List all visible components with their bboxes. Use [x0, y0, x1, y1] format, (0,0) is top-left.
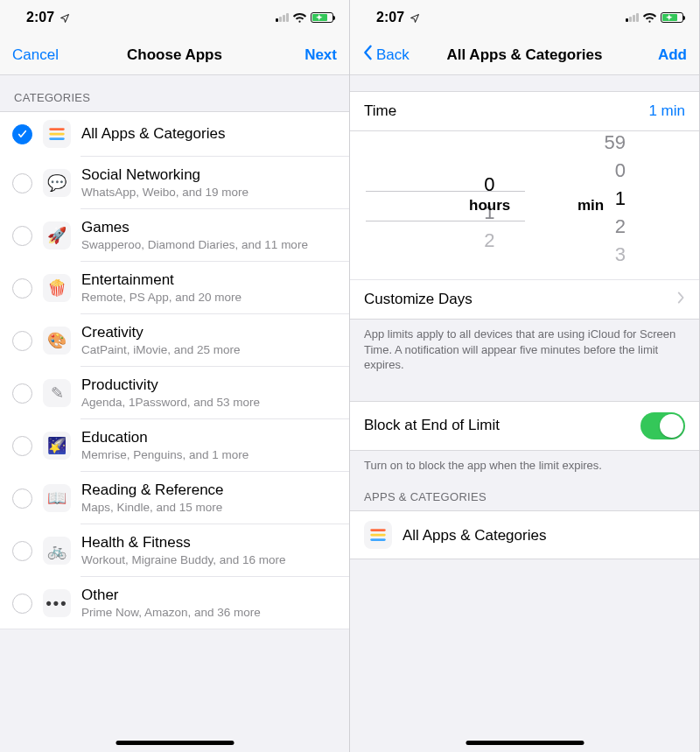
picker-mins-unit: min: [578, 197, 604, 214]
radio-icon[interactable]: [12, 488, 32, 509]
categories-list: All Apps & Categories 💬 Social Networkin…: [0, 111, 349, 629]
row-subtitle: Remote, PS App, and 20 more: [81, 290, 335, 306]
status-right: ✦: [276, 12, 333, 24]
radio-icon[interactable]: [12, 541, 32, 561]
wifi-icon: [292, 12, 307, 24]
ellipsis-icon: •••: [43, 589, 71, 617]
row-title: Health & Fitness: [81, 533, 335, 552]
row-title: Creativity: [81, 323, 335, 341]
block-end-limit-row[interactable]: Block at End of Limit: [350, 401, 699, 451]
apps-row-all[interactable]: All Apps & Categories: [350, 511, 699, 559]
category-row-other[interactable]: ••• Other Prime Now, Amazon, and 36 more: [0, 577, 349, 629]
row-subtitle: Workout, Migraine Buddy, and 16 more: [81, 552, 335, 568]
screen-limit-detail: 2:07 ✦ Back All Apps & Categories Add: [350, 0, 700, 752]
apps-categories-header: APPS & CATEGORIES: [350, 485, 699, 510]
nav-title: Choose Apps: [74, 46, 276, 64]
radio-icon[interactable]: [12, 331, 32, 351]
bike-icon: 🚲: [43, 537, 71, 565]
row-title: Games: [81, 218, 335, 236]
home-indicator[interactable]: [466, 741, 584, 745]
nav-bar: Back All Apps & Categories Add: [350, 35, 699, 75]
category-row-education[interactable]: 🌠 Education Memrise, Penguins, and 1 mor…: [0, 419, 349, 472]
screen-choose-apps: 2:07 ✦ Cancel Choose Apps Next CATEGORIE…: [0, 0, 350, 752]
time-label: Time: [364, 102, 396, 120]
row-subtitle: Prime Now, Amazon, and 36 more: [81, 605, 335, 621]
wifi-icon: [642, 12, 657, 24]
book-icon: 📖: [43, 484, 71, 512]
location-icon: [58, 10, 70, 25]
status-time: 2:07: [26, 10, 70, 25]
shooting-star-icon: 🌠: [43, 432, 71, 460]
customize-days-row[interactable]: Customize Days: [350, 280, 699, 320]
category-row-games[interactable]: 🚀 Games Swapperoo, Diamond Diaries, and …: [0, 209, 349, 262]
palette-icon: 🎨: [43, 327, 71, 355]
location-icon: [408, 10, 420, 25]
picker-hours-unit: hours: [469, 197, 510, 214]
time-picker[interactable]: 0 1 2 hours 58 59 0 1 58 59 0 1 2 3 .pic…: [350, 131, 699, 280]
category-row-all[interactable]: All Apps & Categories: [0, 111, 349, 157]
category-row-reading[interactable]: 📖 Reading & Reference Maps, Kindle, and …: [0, 472, 349, 524]
row-title: Reading & Reference: [81, 481, 335, 499]
row-subtitle: Maps, Kindle, and 15 more: [81, 500, 335, 516]
pen-icon: ✎: [43, 379, 71, 407]
apps-list: All Apps & Categories: [350, 510, 699, 559]
category-row-social[interactable]: 💬 Social Networking WhatsApp, Weibo, and…: [0, 157, 349, 209]
footer-block-info: Turn on to block the app when the limit …: [350, 451, 699, 486]
chat-icon: 💬: [43, 169, 71, 197]
cancel-button[interactable]: Cancel: [12, 46, 74, 64]
radio-checked-icon[interactable]: [12, 124, 32, 144]
time-row[interactable]: Time 1 min: [350, 91, 699, 131]
add-button[interactable]: Add: [626, 46, 687, 64]
picker-hours-selected: 0: [484, 171, 494, 199]
radio-icon[interactable]: [12, 383, 32, 404]
battery-icon: ✦: [311, 12, 333, 23]
home-indicator[interactable]: [116, 741, 234, 745]
radio-icon[interactable]: [12, 173, 32, 193]
status-bar: 2:07 ✦: [0, 0, 349, 35]
category-row-health[interactable]: 🚲 Health & Fitness Workout, Migraine Bud…: [0, 524, 349, 577]
picker-mins-selected: 1: [615, 185, 626, 213]
next-button[interactable]: Next: [276, 46, 337, 64]
content: CATEGORIES All Apps & Categories 💬 Socia…: [0, 75, 349, 752]
row-title: Other: [81, 586, 335, 604]
radio-icon[interactable]: [12, 436, 32, 456]
row-subtitle: WhatsApp, Weibo, and 19 more: [81, 185, 335, 200]
back-button[interactable]: Back: [362, 45, 424, 65]
all-apps-icon: [364, 521, 392, 549]
row-subtitle: CatPaint, iMovie, and 25 more: [81, 342, 335, 358]
row-title: Entertainment: [81, 271, 335, 289]
signal-icon: [276, 13, 289, 22]
row-title: Social Networking: [81, 165, 335, 184]
radio-icon[interactable]: [12, 594, 32, 614]
rocket-icon: 🚀: [43, 221, 71, 249]
row-title: All Apps & Categories: [402, 526, 685, 545]
row-subtitle: Swapperoo, Diamond Diaries, and 11 more: [81, 237, 335, 253]
row-subtitle: Memrise, Penguins, and 1 more: [81, 447, 335, 463]
nav-title: All Apps & Categories: [424, 46, 626, 64]
radio-icon[interactable]: [12, 278, 32, 299]
row-subtitle: Agenda, 1Password, and 53 more: [81, 395, 335, 411]
category-row-entertainment[interactable]: 🍿 Entertainment Remote, PS App, and 20 m…: [0, 262, 349, 314]
time-value: 1 min: [648, 102, 685, 120]
status-time: 2:07: [376, 10, 420, 25]
customize-days-label: Customize Days: [364, 291, 472, 308]
status-bar: 2:07 ✦: [350, 0, 699, 35]
chevron-left-icon: [362, 45, 373, 65]
popcorn-icon: 🍿: [43, 274, 71, 302]
nav-bar: Cancel Choose Apps Next: [0, 35, 349, 75]
chevron-right-icon: [677, 291, 685, 308]
signal-icon: [626, 13, 639, 22]
radio-icon[interactable]: [12, 226, 32, 246]
category-row-productivity[interactable]: ✎ Productivity Agenda, 1Password, and 53…: [0, 367, 349, 419]
category-row-creativity[interactable]: 🎨 Creativity CatPaint, iMovie, and 25 mo…: [0, 314, 349, 367]
row-title: All Apps & Categories: [81, 124, 335, 143]
footer-limits-info: App limits apply to all devices that are…: [350, 320, 699, 385]
row-title: Education: [81, 428, 335, 446]
all-apps-icon: [43, 120, 71, 148]
content: Time 1 min 0 1 2 hours 58 59 0 1 58: [350, 75, 699, 752]
categories-header: CATEGORIES: [0, 75, 349, 111]
toggle-on-icon[interactable]: [640, 412, 685, 439]
block-end-limit-label: Block at End of Limit: [364, 417, 500, 434]
status-right: ✦: [626, 12, 683, 24]
picker-mins-column[interactable]: 58 59 0 1 2 3: [525, 131, 700, 279]
